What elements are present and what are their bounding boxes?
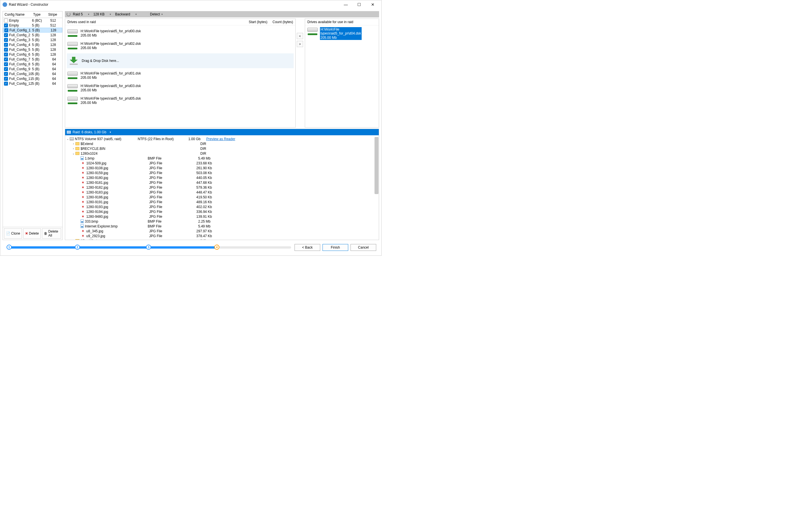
delete-all-button[interactable]: 🗑Delete All [42,228,61,239]
tree-file-row[interactable]: ✴u9_2923.jpgJPG File378.47 Kb [65,233,378,238]
drive-row[interactable]: H:\Work\File types\raid5_for_pr\d02.dsk2… [67,40,294,52]
config-checkbox[interactable]: ✓ [4,28,8,32]
drive-row[interactable]: H:\Work\File types\raid5_for_pr\d00.dsk2… [67,27,294,40]
tree-folder-row[interactable]: ⌄1280x1024DIR [65,151,378,156]
minimize-button[interactable]: — [339,0,352,9]
step-1[interactable]: 1 [6,245,12,250]
col-stripe[interactable]: Stripe [46,12,60,18]
tree-file-row[interactable]: ✴1280-9191.jpgJPG File489.16 Kb [65,200,378,204]
config-row[interactable]: ✓Full_Config_75 (B)64 [3,57,62,62]
tree-file-row[interactable]: ✴1280-9194.jpgJPG File336.94 Kb [65,209,378,214]
tree-volume-row[interactable]: ⌄NTFS Volume 937 (raid5, raid)NTFS (22 F… [65,136,378,141]
direction-dropdown[interactable]: Backward [113,12,148,16]
config-type: 5 (B) [32,28,47,32]
config-checkbox[interactable] [4,19,8,22]
detect-dropdown[interactable]: Detect▾ [148,12,165,16]
raid-type-dropdown[interactable]: Raid 5 [71,12,91,16]
maximize-button[interactable]: ☐ [353,0,366,9]
tree-file-row[interactable]: ✴1280-9159.jpgJPG File503.08 Kb [65,170,378,175]
download-arrow-icon [68,56,79,65]
config-type: 5 (B) [32,48,46,52]
tree-file-row[interactable]: ✴1280-9186.jpgJPG File419.50 Kb [65,195,378,200]
col-config-name[interactable]: Config Name [3,12,32,18]
tree-file-row[interactable]: 333.bmpBMP File2.25 Mb [65,219,378,224]
tree-file-row[interactable]: ✴1280-9181.jpgJPG File447.68 Kb [65,180,378,185]
config-row[interactable]: ✓Full_Config_65 (B)128 [3,52,62,57]
step-2[interactable]: 2 [75,245,80,250]
clone-button[interactable]: 📄Clone [4,228,22,239]
config-name: Empty [9,23,32,27]
step-4[interactable]: 4 [214,245,219,250]
config-row[interactable]: ✓Full_Config_105 (B)64 [3,71,62,76]
tree-file-row[interactable]: ✴1280-9108.jpgJPG File261.90 Kb [65,166,378,170]
tree-file-row[interactable]: Internet Explorer.bmpBMP File5.49 Mb [65,224,378,229]
tree-folder-row[interactable]: ›$RECYCLE.BINDIR [65,146,378,151]
config-checkbox[interactable]: ✓ [4,53,8,57]
config-checkbox[interactable]: ✓ [4,62,8,66]
config-row[interactable]: ✓Full_Config_25 (B)128 [3,33,62,37]
drive-row[interactable]: H:\Work\File types\raid5_for_pr\d01.dsk2… [67,69,294,82]
file-tree[interactable]: ⌄NTFS Volume 937 (raid5, raid)NTFS (22 F… [65,135,379,240]
drive-icon [67,41,78,51]
config-list[interactable]: Empty6 (BC)512✓Empty5 (B)512✓Full_Config… [3,18,62,227]
config-row[interactable]: ✓Full_Config_55 (B)128 [3,47,62,52]
config-checkbox[interactable]: ✓ [4,82,8,86]
tree-file-row[interactable]: ✴1280-9193.jpgJPG File402.02 Kb [65,204,378,209]
config-row[interactable]: Empty6 (BC)512 [3,18,62,23]
cancel-button[interactable]: Cancel [350,244,376,251]
config-row[interactable]: ✓Full_Config_125 (B)64 [3,81,62,86]
config-row[interactable]: ✓Empty5 (B)512 [3,23,62,28]
config-checkbox[interactable]: ✓ [4,23,8,27]
config-checkbox[interactable]: ✓ [4,72,8,76]
finish-button[interactable]: Finish [323,244,348,251]
raid-summary-bar[interactable]: Raid: 6 disks, 1.00 Gb ▾ [65,129,379,135]
bmp-file-icon [80,220,84,223]
delete-button[interactable]: ✖Delete [23,228,41,239]
config-checkbox[interactable]: ✓ [4,77,8,81]
drive-row[interactable]: H:\Work\File types\raid5_for_pr\d05.dsk2… [67,94,294,107]
tree-file-row[interactable]: ✴1024-509.jpgJPG File233.68 Kb [65,161,378,166]
expand-icon[interactable]: ⌄ [66,137,70,140]
jpg-file-icon: ✴ [80,166,85,170]
drive-row[interactable]: H:\Work\File types\raid5_for_pr\d03.dsk2… [67,82,294,94]
tree-file-row[interactable]: ✴1280-9180.jpgJPG File440.05 Kb [65,175,378,180]
move-right-button[interactable]: > [297,41,303,47]
config-row[interactable]: ✓Full_Config_115 (B)64 [3,76,62,81]
step-3[interactable]: 3 [146,245,151,250]
col-type[interactable]: Type [32,12,46,18]
available-drive-item[interactable]: H:\Work\File types\raid5_for_pr\d04.dsk … [307,27,377,40]
config-checkbox[interactable]: ✓ [4,48,8,52]
preview-link[interactable]: Preview as Reader [206,137,235,141]
tree-file-row[interactable]: 1.bmpBMP File5.49 Mb [65,156,378,161]
tree-folder-row[interactable]: ›2Fast2FuriousDIR [65,238,378,240]
move-left-button[interactable]: < [297,33,303,39]
tree-file-row[interactable]: ✴u8_345.jpgJPG File297.97 Kb [65,229,378,233]
config-checkbox[interactable]: ✓ [4,57,8,61]
expand-icon[interactable]: › [71,147,75,150]
config-row[interactable]: ✓Full_Config_45 (B)128 [3,42,62,47]
config-row[interactable]: ✓Full_Config_95 (B)64 [3,66,62,71]
config-checkbox[interactable]: ✓ [4,33,8,37]
config-row[interactable]: ✓Full_Config_15 (B)128 [3,28,62,33]
back-button[interactable]: < Back [294,244,320,251]
tree-folder-row[interactable]: ›$ExtendDIR [65,141,378,146]
config-row[interactable]: ✓Full_Config_35 (B)128 [3,37,62,42]
config-stripe: 64 [46,67,58,71]
wizard-footer: 1 2 3 4 < Back Finish Cancel [3,242,379,253]
close-button[interactable]: ✕ [366,0,379,9]
tree-file-row[interactable]: ✴1280-9182.jpgJPG File579.36 Kb [65,185,378,190]
tree-file-row[interactable]: ✴1280-9480.jpgJPG File139.91 Kb [65,214,378,219]
config-checkbox[interactable]: ✓ [4,67,8,71]
expand-icon[interactable]: ⌄ [71,152,75,155]
config-checkbox[interactable]: ✓ [4,43,8,47]
tree-file-row[interactable]: ✴1280-9183.jpgJPG File448.47 Kb [65,190,378,195]
drop-zone[interactable]: Drag & Drop Disk here... [67,53,294,68]
jpg-file-icon: ✴ [80,171,85,175]
drives-used-list[interactable]: H:\Work\File types\raid5_for_pr\d00.dsk2… [65,25,295,127]
expand-icon[interactable]: › [71,142,75,145]
config-row[interactable]: ✓Full_Config_85 (B)64 [3,62,62,66]
config-checkbox[interactable]: ✓ [4,38,8,42]
expand-icon[interactable]: › [71,239,75,240]
block-size-dropdown[interactable]: 128 KB [92,12,113,16]
scrollbar-thumb[interactable] [375,137,379,194]
